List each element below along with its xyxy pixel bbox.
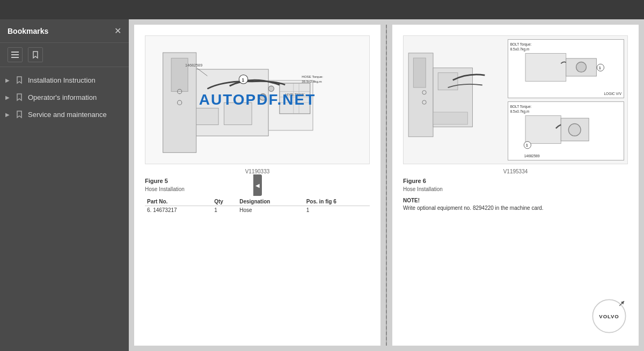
right-machine-svg [404, 36, 502, 164]
cell-designation: Hose [237, 206, 304, 215]
right-inset-boxes: BOLT Torque:8.5±0.7kg.m 1 [504, 36, 627, 164]
sidebar-item-label-installation: Installation Instruction [28, 76, 123, 84]
svg-rect-32 [433, 112, 467, 125]
svg-rect-1 [11, 54, 19, 55]
svg-rect-2 [11, 57, 19, 58]
svg-rect-33 [525, 54, 566, 82]
sidebar-toolbar [0, 43, 129, 67]
inset-box-2: BOLT Torque:8.5±0.7kg.m 1 [508, 101, 624, 160]
svg-text:14682589: 14682589 [185, 63, 202, 68]
main-area: Bookmarks ✕ ▶ [0, 19, 644, 351]
nav-arrow-operators: ▶ [5, 94, 11, 100]
content-area: HYD-TANK 1 14682589 H [129, 19, 644, 351]
col-header-pos: Pos. in fig 6 [304, 198, 370, 206]
sidebar-item-service[interactable]: ▶ Service and maintenance [0, 106, 129, 123]
sidebar-header: Bookmarks ✕ [0, 19, 129, 43]
sidebar-nav: ▶ Installation Instruction ▶ Operator's … [0, 67, 129, 351]
svg-text:1: 1 [599, 66, 601, 70]
top-bar [0, 0, 644, 19]
svg-rect-0 [11, 52, 19, 53]
col-header-designation: Designation [237, 198, 304, 206]
bookmark-view-button[interactable] [28, 47, 43, 62]
close-icon[interactable]: ✕ [114, 26, 121, 36]
note-text: Write optional equipment no. 8294220 in … [403, 205, 628, 211]
sidebar-title: Bookmarks [8, 27, 48, 35]
svg-point-25 [268, 86, 274, 91]
list-view-button[interactable] [8, 47, 23, 62]
inset-box-1: BOLT Torque:8.5±0.7kg.m 1 [508, 39, 624, 98]
col-header-qty: Qty [212, 198, 237, 206]
sidebar-item-label-operators: Operator's information [28, 93, 123, 101]
logic-vv-label: LOGIC V/V [604, 92, 621, 96]
right-figure-container: BOLT Torque:8.5±0.7kg.m 1 [403, 35, 628, 164]
sidebar-item-operators[interactable]: ▶ Operator's information [0, 89, 129, 106]
svg-text:1: 1 [242, 78, 245, 83]
part-ref-label: 14682589 [524, 154, 540, 158]
cell-rownum: 6. 14673217 [145, 206, 212, 215]
svg-text:HOSE Torque:: HOSE Torque: [302, 75, 323, 78]
sidebar: Bookmarks ✕ ▶ [0, 19, 129, 351]
right-figure-caption: Figure 6 [403, 178, 628, 184]
svg-text:VOLVO: VOLVO [599, 313, 619, 319]
right-figure-subtitle: Hose Installation [403, 186, 628, 192]
col-header-partno: Part No. [145, 198, 212, 206]
note-title: NOTE! [403, 198, 628, 203]
nav-arrow-installation: ▶ [5, 77, 11, 83]
svg-text:1: 1 [526, 143, 528, 147]
left-figure-num: V1190333 [145, 169, 370, 174]
inset1-svg: 1 [508, 48, 624, 89]
parts-table: Part No. Qty Designation Pos. in fig 6 6… [145, 198, 370, 214]
inset2-svg: 1 [508, 111, 624, 151]
watermark: AUTOPDF.NET [199, 91, 316, 108]
sidebar-collapse-handle[interactable]: ◀ [253, 174, 262, 196]
cell-pos: 1 [304, 206, 370, 215]
svg-text:35.5±2.8kg.m: 35.5±2.8kg.m [302, 79, 321, 83]
sidebar-item-label-service: Service and maintenance [28, 111, 123, 119]
nav-arrow-service: ▶ [5, 112, 11, 118]
volvo-logo: VOLVO [590, 297, 628, 335]
table-row: 6. 14673217 1 Hose 1 [145, 206, 370, 215]
sidebar-item-installation[interactable]: ▶ Installation Instruction [0, 71, 129, 89]
svg-rect-38 [525, 116, 561, 144]
svg-point-40 [568, 124, 581, 136]
right-page: BOLT Torque:8.5±0.7kg.m 1 [392, 25, 639, 346]
svg-point-35 [576, 62, 586, 72]
svg-rect-22 [196, 108, 218, 125]
cell-qty: 1 [212, 206, 237, 215]
left-figure-image: HYD-TANK 1 14682589 H [145, 35, 370, 164]
svg-rect-27 [413, 58, 426, 87]
pages-container: HYD-TANK 1 14682589 H [129, 19, 644, 351]
page-divider [386, 25, 387, 346]
right-figure-num: V1195334 [403, 169, 628, 174]
